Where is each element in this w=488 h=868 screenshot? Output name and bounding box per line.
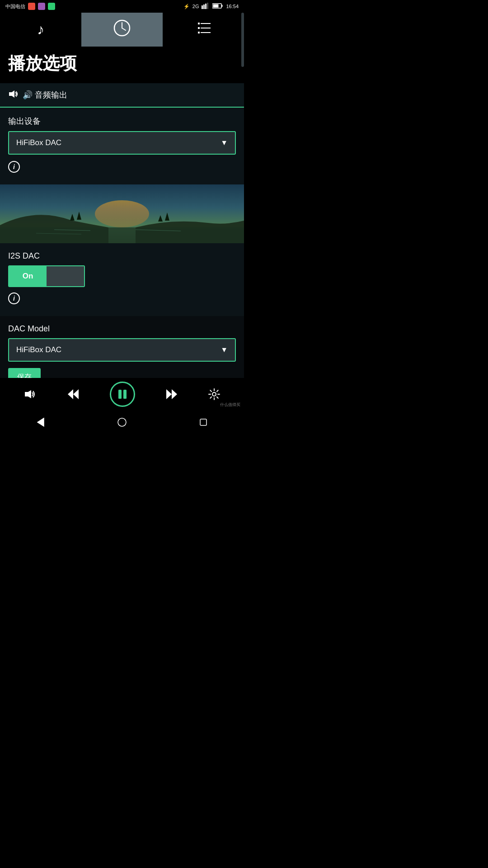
dac-dropdown-arrow-icon: ▼ (221, 346, 228, 354)
svg-rect-13 (201, 28, 211, 28)
svg-rect-0 (202, 5, 203, 9)
page-title: 播放选项 (8, 54, 77, 73)
svg-rect-26 (118, 390, 122, 399)
i2s-dac-label: I2S DAC (8, 251, 236, 261)
nav-bar: ♪ (0, 13, 244, 47)
nav-tab-list[interactable] (163, 13, 244, 47)
prev-button[interactable] (67, 388, 80, 400)
battery-icon (212, 3, 223, 9)
svg-marker-24 (73, 389, 79, 399)
toggle-on-option: On (9, 266, 47, 286)
dropdown-arrow-icon: ▼ (221, 139, 228, 147)
svg-rect-3 (207, 3, 208, 9)
svg-rect-11 (201, 23, 211, 24)
pause-icon (117, 388, 128, 400)
svg-marker-16 (9, 90, 14, 98)
svg-marker-31 (38, 418, 44, 426)
svg-rect-6 (213, 5, 219, 8)
dac-model-dropdown[interactable]: HiFiBox DAC ▼ (8, 338, 236, 362)
home-button[interactable] (81, 410, 163, 434)
back-button[interactable] (0, 410, 81, 434)
status-bar: 中国电信 ⚡ 2G 16:54 (0, 0, 244, 13)
page-title-container: 播放选项 (0, 47, 244, 83)
scrollbar[interactable] (241, 13, 244, 67)
svg-point-32 (118, 418, 126, 426)
svg-point-30 (212, 392, 216, 396)
svg-rect-12 (198, 27, 200, 29)
audio-output-section-header: 🔊 音频输出 (0, 83, 244, 108)
nav-tab-music[interactable]: ♪ (0, 13, 81, 47)
dac-model-label: DAC Model (8, 324, 236, 334)
audio-output-label: 🔊 音频输出 (23, 90, 67, 100)
svg-rect-15 (201, 32, 211, 33)
output-device-dropdown[interactable]: HiFiBox DAC ▼ (8, 131, 236, 155)
svg-rect-2 (205, 4, 206, 9)
watermark: 什么值得买 (220, 402, 240, 408)
bluetooth-icon: ⚡ (183, 4, 190, 9)
android-nav (0, 410, 244, 434)
svg-line-9 (122, 28, 126, 30)
status-left: 中国电信 (5, 3, 55, 10)
i2s-dac-toggle[interactable]: On (8, 265, 85, 287)
svg-rect-1 (203, 5, 205, 9)
svg-point-18 (95, 200, 149, 227)
music-icon: ♪ (37, 21, 44, 38)
recent-apps-button[interactable] (163, 410, 244, 434)
i2s-dac-info-icon[interactable]: i (8, 292, 20, 304)
app-icon-2 (38, 3, 45, 10)
i2s-dac-section: I2S DAC On i (0, 243, 244, 316)
settings-button[interactable] (208, 388, 220, 400)
nav-tab-clock[interactable] (81, 13, 163, 47)
speaker-icon (8, 90, 18, 100)
signal-icon (202, 3, 210, 10)
output-device-section: 输出设备 HiFiBox DAC ▼ i (0, 108, 244, 184)
next-button[interactable] (165, 388, 178, 400)
svg-marker-28 (166, 389, 172, 399)
output-device-label: 输出设备 (8, 116, 236, 127)
network-type: 2G (192, 4, 199, 9)
svg-marker-25 (68, 389, 73, 399)
svg-rect-27 (123, 390, 127, 399)
play-pause-button[interactable] (110, 382, 135, 407)
app-icon-3 (48, 3, 55, 10)
dac-model-value: HiFiBox DAC (16, 345, 61, 354)
volume-button[interactable] (24, 389, 37, 399)
output-device-value: HiFiBox DAC (16, 138, 61, 147)
svg-marker-29 (172, 389, 177, 399)
output-device-info-icon[interactable]: i (8, 161, 20, 173)
svg-marker-23 (25, 390, 31, 398)
status-right: ⚡ 2G 16:54 (183, 3, 239, 10)
svg-rect-33 (200, 419, 206, 425)
svg-rect-19 (0, 227, 244, 243)
carrier-text: 中国电信 (5, 3, 25, 10)
svg-rect-5 (222, 5, 223, 7)
bottom-player (0, 378, 244, 410)
list-icon (195, 21, 211, 39)
time-text: 16:54 (226, 4, 239, 9)
toggle-off-option (47, 266, 84, 286)
svg-rect-10 (198, 23, 200, 24)
svg-rect-14 (198, 32, 200, 33)
clock-icon (113, 19, 131, 41)
app-icon-1 (28, 3, 35, 10)
scenery-svg (0, 184, 244, 243)
